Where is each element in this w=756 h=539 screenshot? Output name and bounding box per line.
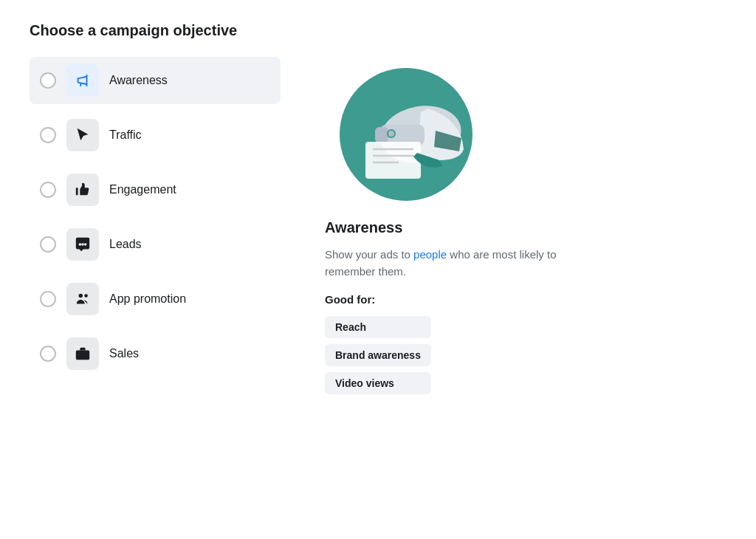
radio-sales[interactable] [40,346,56,362]
traffic-icon-box [66,119,99,151]
objective-sales[interactable]: Sales [30,330,281,377]
briefcase-icon [75,346,91,362]
chat-icon [75,236,91,253]
leads-label: Leads [109,238,142,251]
awareness-label: Awareness [109,74,168,87]
radio-traffic[interactable] [40,127,56,143]
engagement-icon-box [66,174,99,206]
objective-awareness[interactable]: Awareness [30,57,281,104]
awareness-icon-box [66,64,99,97]
radio-engagement[interactable] [40,182,56,198]
cursor-icon [75,127,91,143]
radio-app-promotion[interactable] [40,291,56,307]
traffic-label: Traffic [109,128,142,142]
awareness-illustration [325,64,487,205]
good-for-label: Good for: [325,293,375,306]
tag-reach: Reach [325,316,431,338]
svg-point-12 [388,131,394,137]
detail-panel: Awareness Show your ads to people who ar… [325,57,726,394]
sales-label: Sales [109,347,139,360]
page-title: Choose a campaign objective [30,22,726,39]
thumbsup-icon [75,182,91,198]
engagement-label: Engagement [109,183,176,196]
objective-app-promotion[interactable]: App promotion [30,275,281,323]
svg-point-0 [79,294,83,298]
objective-engagement[interactable]: Engagement [30,166,281,213]
desc-highlight: people [413,248,447,261]
objective-traffic[interactable]: Traffic [30,111,281,159]
tags-list: Reach Brand awareness Video views [325,316,431,394]
radio-awareness[interactable] [40,72,56,89]
app-promotion-icon-box [66,283,99,315]
svg-point-1 [84,294,88,298]
radio-leads[interactable] [40,236,56,253]
svg-rect-6 [375,127,388,143]
sales-icon-box [66,337,99,370]
main-layout: Awareness Traffic Engagement [30,57,726,394]
svg-rect-7 [365,142,421,179]
megaphone-icon [75,72,91,89]
objectives-list: Awareness Traffic Engagement [30,57,281,377]
tag-brand-awareness: Brand awareness [325,344,431,366]
leads-icon-box [66,228,99,261]
people-icon [75,291,91,307]
svg-rect-2 [76,350,89,360]
app-promotion-label: App promotion [109,292,186,306]
tag-video-views: Video views [325,372,431,394]
objective-leads[interactable]: Leads [30,221,281,268]
detail-title: Awareness [325,219,402,236]
desc-before: Show your ads to [325,248,413,261]
detail-description: Show your ads to people who are most lik… [325,247,605,280]
